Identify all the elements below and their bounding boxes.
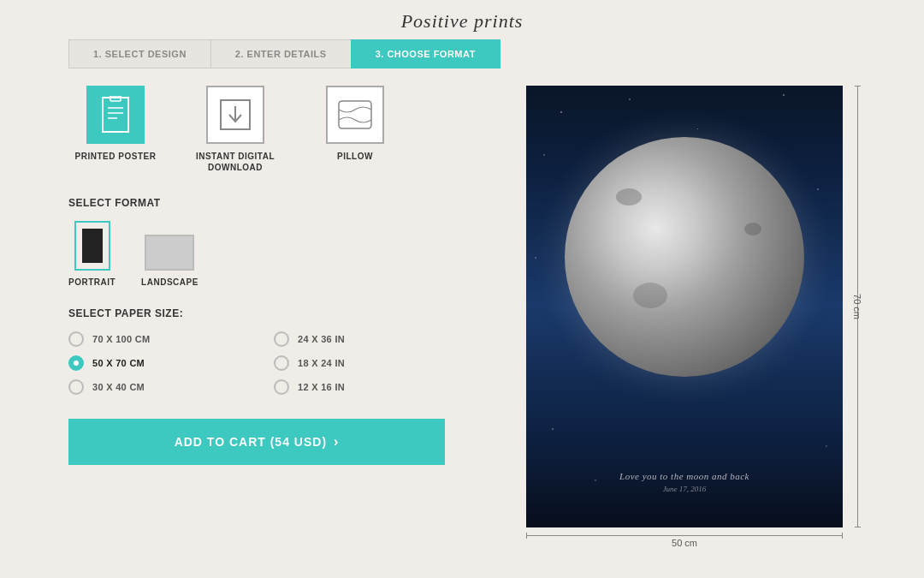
dim-height-label: 70 cm (852, 294, 862, 319)
step-choose-format[interactable]: 3. Choose Format (351, 39, 500, 69)
orientation-landscape[interactable]: Landscape (141, 235, 198, 287)
portrait-label: Portrait (68, 277, 116, 287)
radio-70x100[interactable] (68, 331, 84, 347)
poster-container: Love you to the moon and back June 17, 2… (526, 86, 843, 527)
header: Positive prints (0, 0, 924, 39)
paper-label-12x16in: 12 x 16 IN (298, 382, 345, 392)
poster-date: June 17, 2016 (526, 485, 843, 493)
format-types: Printed Poster Instant DigitalDownload (68, 86, 479, 173)
step-select-design[interactable]: 1. Select Design (68, 39, 210, 69)
portrait-inner (82, 229, 103, 263)
radio-18x24in[interactable] (274, 355, 289, 371)
paper-label-24x36in: 24 x 36 IN (298, 334, 345, 344)
steps-bar: 1. Select Design 2. Enter Details 3. Cho… (0, 39, 924, 69)
digital-download-label: Instant DigitalDownload (196, 151, 275, 173)
printed-poster-label: Printed Poster (75, 151, 157, 162)
paper-label-30x40: 30 x 40 CM (92, 382, 145, 392)
paper-option-24x36in[interactable]: 24 x 36 IN (274, 331, 479, 347)
add-to-cart-chevron-icon: › (334, 434, 339, 450)
pillow-label: Pillow (337, 151, 373, 162)
svg-rect-0 (103, 98, 128, 132)
pillow-icon-box (326, 86, 384, 144)
add-to-cart-label: Add to Cart (54 USD) (175, 435, 327, 449)
paper-option-50x70[interactable]: 50 x 70 CM (68, 355, 274, 371)
landscape-label: Landscape (141, 277, 198, 287)
paper-label-70x100: 70 x 100 CM (92, 334, 151, 344)
radio-24x36in[interactable] (274, 331, 289, 347)
paper-label-50x70: 50 x 70 CM (92, 358, 145, 368)
printed-poster-icon-box (86, 86, 145, 144)
poster-quote: Love you to the moon and back (526, 471, 843, 481)
paper-col-right: 24 x 36 IN 18 x 24 IN 12 x 16 IN (274, 331, 479, 395)
landscape-icon-box (145, 235, 194, 271)
select-format-section: Select Format Portrait Landscape (68, 197, 479, 287)
paper-option-12x16in[interactable]: 12 x 16 IN (274, 379, 479, 395)
moon-crater2 (744, 223, 761, 235)
orientation-row: Portrait Landscape (68, 221, 479, 287)
radio-50x70[interactable] (68, 355, 84, 371)
format-type-pillow[interactable]: Pillow (308, 86, 402, 162)
format-type-printed-poster[interactable]: Printed Poster (68, 86, 163, 162)
moon-crater3 (633, 283, 667, 308)
main-content: Printed Poster Instant DigitalDownload (0, 86, 924, 527)
paper-sizes: 70 x 100 CM 50 x 70 CM 30 x 40 CM (68, 331, 479, 395)
moon-graphic (565, 137, 804, 377)
left-panel: Printed Poster Instant DigitalDownload (68, 86, 479, 527)
dim-line-bottom (526, 535, 843, 536)
paper-label-18x24in: 18 x 24 IN (298, 358, 345, 368)
right-panel: Love you to the moon and back June 17, 2… (513, 86, 856, 527)
select-paper-size-label: Select Paper Size: (68, 307, 479, 319)
radio-12x16in[interactable] (274, 379, 289, 395)
add-to-cart-button[interactable]: Add to Cart (54 USD) › (68, 419, 445, 465)
portrait-icon-box (74, 221, 110, 271)
orientation-portrait[interactable]: Portrait (68, 221, 116, 287)
poster-text: Love you to the moon and back June 17, 2… (526, 471, 843, 493)
format-type-digital-download[interactable]: Instant DigitalDownload (188, 86, 282, 173)
radio-30x40[interactable] (68, 379, 84, 395)
paper-option-30x40[interactable]: 30 x 40 CM (68, 379, 274, 395)
poster-preview: Love you to the moon and back June 17, 2… (526, 86, 843, 527)
digital-download-icon-box (206, 86, 264, 144)
select-paper-size-section: Select Paper Size: 70 x 100 CM 50 x 70 C… (68, 307, 479, 395)
paper-option-18x24in[interactable]: 18 x 24 IN (274, 355, 479, 371)
select-format-label: Select Format (68, 197, 479, 209)
radio-inner-50x70 (74, 361, 79, 366)
moon-crater1 (616, 188, 642, 206)
brand-title: Positive prints (401, 10, 524, 32)
dim-width-label: 50 cm (672, 538, 697, 548)
paper-option-70x100[interactable]: 70 x 100 CM (68, 331, 274, 347)
paper-col-left: 70 x 100 CM 50 x 70 CM 30 x 40 CM (68, 331, 274, 395)
step-enter-details[interactable]: 2. Enter Details (210, 39, 351, 69)
